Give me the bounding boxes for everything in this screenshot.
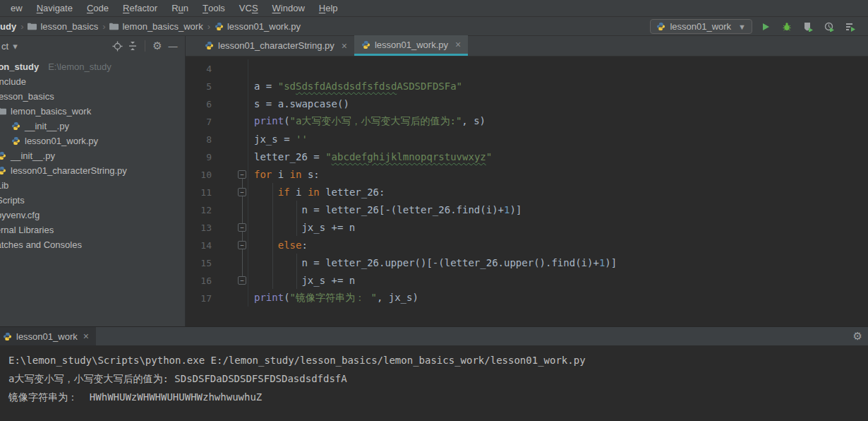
close-icon[interactable]: × xyxy=(455,39,461,50)
code-line-12[interactable]: 12 n = letter_26[-(letter_26.find(i)+1)] xyxy=(186,201,868,218)
editor-tab-lesson01-characterstring-py[interactable]: lesson01_characterString.py× xyxy=(198,35,354,56)
line-number: 12 xyxy=(200,204,212,215)
profiler-button[interactable] xyxy=(821,19,837,35)
code-text: if i in letter_26: xyxy=(248,186,385,198)
breadcrumb-item[interactable]: lesson_basics xyxy=(28,21,98,32)
code-line-10[interactable]: 10−for i in s: xyxy=(186,165,868,183)
code-line-7[interactable]: 7print("a大写变小写，小写变大写后的值为:", s) xyxy=(186,112,868,130)
menu-item-run[interactable]: Run xyxy=(164,0,195,17)
code-line-16[interactable]: 16− jx_s += n xyxy=(186,271,868,289)
indent-guide xyxy=(296,254,297,289)
hide-panel-button[interactable]: — xyxy=(165,38,181,54)
run-tool-window: lesson01_work × ⚙ E:\lemon_study\Scripts… xyxy=(0,326,868,421)
code-line-9[interactable]: 9letter_26 = "abcdefghijklmnopqrstuvwxyz… xyxy=(186,148,868,165)
menu-item-help[interactable]: Help xyxy=(312,0,345,17)
code-text: jx_s += n xyxy=(248,275,355,286)
breadcrumb-label: lesson_basics xyxy=(40,21,98,32)
tree-item-lemon-basics-work[interactable]: lemon_basics_work xyxy=(0,104,185,119)
code-editor[interactable]: 45a = "sdSdsfdAdsdsdfsfdsdASDSDFDSFa"6s … xyxy=(186,57,868,326)
gutter: 12 xyxy=(186,201,248,218)
tree-item-label: lemon_study xyxy=(0,61,39,72)
code-line-6[interactable]: 6s = a.swapcase() xyxy=(186,95,868,112)
menu-item-window[interactable]: Window xyxy=(265,0,312,17)
menu-item-navigate[interactable]: Navigate xyxy=(30,0,80,17)
menu-item-tools[interactable]: Tools xyxy=(195,0,232,17)
fold-marker-icon[interactable]: − xyxy=(238,276,246,285)
tree-item-lesson-basics[interactable]: lesson_basics xyxy=(0,89,185,104)
tree-item-scripts[interactable]: Scripts xyxy=(0,193,185,208)
tree-item-include[interactable]: Include xyxy=(0,74,185,89)
close-icon[interactable]: × xyxy=(83,331,89,342)
breadcrumb-label: lesson01_work.py xyxy=(227,21,301,32)
code-line-5[interactable]: 5a = "sdSdsfdAdsdsdfsfdsdASDSDFDSFa" xyxy=(186,77,868,95)
tree-item-label: lesson_basics xyxy=(0,91,54,102)
code-line-11[interactable]: 11− if i in letter_26: xyxy=(186,183,868,201)
ide-window: ewNavigateCodeRefactorRunToolsVCSWindowH… xyxy=(0,0,868,421)
breadcrumb-item[interactable]: lemon_basics_work xyxy=(109,21,203,32)
debug-button[interactable] xyxy=(779,19,795,35)
code-line-13[interactable]: 13− jx_s += n xyxy=(186,218,868,236)
gutter: 14− xyxy=(186,236,248,254)
code-text: for i in s: xyxy=(248,169,320,180)
console-output: E:\lemon_study\Scripts\python.exe E:/lem… xyxy=(0,345,868,406)
locate-file-button[interactable] xyxy=(109,38,125,54)
project-view-title[interactable]: ct xyxy=(1,41,8,52)
code-line-17[interactable]: 17print("镜像字符串为： ", jx_s) xyxy=(186,289,868,307)
tree-item-lemon-study[interactable]: lemon_studyE:\lemon_study xyxy=(0,59,185,74)
editor-tab-label: lesson01_characterString.py xyxy=(218,40,334,51)
chevron-down-icon[interactable]: ▾ xyxy=(13,41,18,52)
coverage-button[interactable] xyxy=(800,19,816,35)
gutter: 8 xyxy=(186,130,248,148)
tree-item-pyvenv-cfg[interactable]: pyvenv.cfg xyxy=(0,208,185,223)
console-line: E:\lemon_study\Scripts\python.exe E:/lem… xyxy=(8,351,868,369)
editor-tab-bar: lesson01_characterString.py× lesson01_wo… xyxy=(186,36,868,57)
code-line-14[interactable]: 14− else: xyxy=(186,236,868,254)
fold-marker-icon[interactable]: − xyxy=(238,223,246,232)
tree-item-lesson01-work-py[interactable]: lesson01_work.py xyxy=(10,134,185,148)
fold-marker-icon[interactable]: − xyxy=(238,241,246,249)
tree-item--init-py[interactable]: __init__.py xyxy=(0,148,185,163)
collapse-all-button[interactable] xyxy=(125,38,140,54)
code-text: a = "sdSdsfdAdsdsdfsfdsdASDSDFDSFa" xyxy=(248,81,462,92)
tree-item-label: External Libraries xyxy=(0,225,54,235)
breadcrumb-separator-icon: › xyxy=(207,21,210,32)
gear-icon[interactable]: ⚙ xyxy=(150,38,165,54)
tree-item-label: __init__.py xyxy=(11,150,55,161)
line-number: 11 xyxy=(200,186,212,197)
menu-item-ew[interactable]: ew xyxy=(4,0,30,17)
menu-item-vcs[interactable]: VCS xyxy=(232,0,265,17)
line-number: 6 xyxy=(206,98,212,109)
tree-item-lib[interactable]: Lib xyxy=(0,178,185,193)
menu-item-refactor[interactable]: Refactor xyxy=(116,0,164,17)
breadcrumb-item[interactable]: udy xyxy=(0,21,16,32)
run-button[interactable] xyxy=(758,19,773,35)
code-line-8[interactable]: 8jx_s = '' xyxy=(186,130,868,148)
code-line-15[interactable]: 15 n = letter_26.upper()[-(letter_26.upp… xyxy=(186,254,868,271)
tree-item-external-libraries[interactable]: External Libraries xyxy=(0,223,185,237)
breadcrumb-label: lemon_basics_work xyxy=(122,21,203,32)
tree-item--init-py[interactable]: __init__.py xyxy=(10,119,185,134)
tree-item-lesson01-characterstring-py[interactable]: lesson01_characterString.py xyxy=(0,163,185,178)
gear-icon[interactable]: ⚙ xyxy=(853,330,862,343)
run-configuration-select[interactable]: lesson01_work ▼ xyxy=(650,19,752,34)
code-line-4[interactable]: 4 xyxy=(186,59,868,77)
breadcrumb-label: udy xyxy=(0,21,16,32)
gutter: 17 xyxy=(186,289,248,307)
tree-item-scratches-and-consoles[interactable]: Scratches and Consoles xyxy=(0,237,185,252)
code-text: else: xyxy=(248,239,308,251)
run-configuration-name: lesson01_work xyxy=(670,21,731,32)
line-number: 16 xyxy=(200,275,212,285)
fold-marker-icon[interactable]: − xyxy=(238,188,246,196)
run-tab[interactable]: lesson01_work × xyxy=(0,327,96,345)
run-tool-window-tabs: lesson01_work × ⚙ xyxy=(0,327,868,345)
concurrency-button[interactable] xyxy=(843,19,858,35)
console-line: 镜像字符串为： HWhWHUWzWHWHWUHUWHWzhwhwuwhuZ xyxy=(8,388,868,406)
menu-item-code[interactable]: Code xyxy=(80,0,116,17)
code-text: n = letter_26.upper()[-(letter_26.upper(… xyxy=(248,257,617,268)
breadcrumb-item[interactable]: lesson01_work.py xyxy=(215,21,301,32)
gutter: 16− xyxy=(186,271,248,289)
close-icon[interactable]: × xyxy=(342,40,347,52)
fold-marker-icon[interactable]: − xyxy=(238,170,246,179)
divider xyxy=(145,40,145,52)
editor-tab-lesson01-work-py[interactable]: lesson01_work.py× xyxy=(354,35,468,56)
